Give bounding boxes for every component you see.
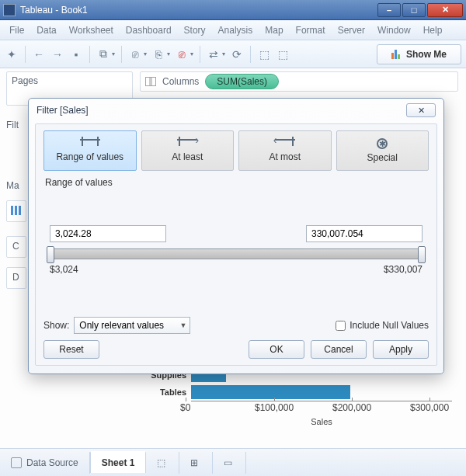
- tab-data-source[interactable]: Data Source: [0, 452, 90, 474]
- menu-format[interactable]: Format: [291, 23, 330, 37]
- show-label: Show:: [43, 320, 69, 331]
- range-icon: [80, 139, 100, 148]
- save-icon[interactable]: ▪: [69, 47, 83, 61]
- show-me-label: Show Me: [406, 49, 447, 60]
- tab-sheet-1[interactable]: Sheet 1: [90, 451, 147, 473]
- menu-map[interactable]: Map: [260, 23, 287, 37]
- toolbar: ✦ ← → ▪ ⧉▾ ⎚▾ ⎘▾ ⎚▾ ⇄▾ ⟳ ⬚ ⬚ Show Me: [0, 40, 466, 68]
- separator: [25, 46, 26, 63]
- new-dashboard-icon: ⊞: [190, 457, 201, 468]
- columns-label: Columns: [162, 76, 199, 87]
- at-most-icon: [275, 139, 295, 148]
- menu-story[interactable]: Story: [179, 23, 210, 37]
- slider-handle-min[interactable]: [47, 246, 54, 263]
- minimize-button[interactable]: –: [377, 3, 401, 17]
- marks-card-stub[interactable]: [6, 200, 26, 222]
- show-me-icon: [391, 50, 400, 59]
- slider-handle-max[interactable]: [418, 246, 426, 263]
- sort-asc-icon[interactable]: ⬚: [257, 47, 271, 61]
- x-axis: $0 $100,000 $200,000 $300,000 Sales: [191, 401, 452, 424]
- include-null-input[interactable]: [336, 321, 346, 331]
- row-label: Tables: [138, 387, 186, 397]
- special-icon: ✱: [377, 138, 388, 149]
- separator: [250, 46, 251, 63]
- menu-server[interactable]: Server: [333, 23, 370, 37]
- slider-min-label: $3,024: [50, 264, 78, 275]
- separator: [121, 46, 122, 63]
- ok-button[interactable]: OK: [249, 340, 304, 359]
- new-dashboard-button[interactable]: ⊞: [179, 452, 213, 474]
- marks-card-stub[interactable]: C: [6, 236, 26, 258]
- duplicate-icon[interactable]: ⎘: [151, 47, 165, 61]
- sheet-tabs: Data Source Sheet 1 ⬚ ⊞ ▭: [0, 448, 466, 476]
- maximize-button[interactable]: □: [402, 3, 426, 17]
- sort-desc-icon[interactable]: ⬚: [276, 47, 290, 61]
- menu-dashboard[interactable]: Dashboard: [121, 23, 176, 37]
- menu-analysis[interactable]: Analysis: [214, 23, 258, 37]
- show-select[interactable]: Only relevant values: [74, 317, 190, 334]
- new-worksheet-button[interactable]: ⬚: [146, 452, 179, 474]
- close-button[interactable]: ✕: [427, 3, 463, 17]
- dialog-close-button[interactable]: ✕: [406, 103, 436, 117]
- tab-range-of-values[interactable]: Range of values: [43, 130, 137, 171]
- tableau-logo-icon[interactable]: ✦: [5, 47, 19, 61]
- apply-button[interactable]: Apply: [373, 340, 429, 359]
- new-story-button[interactable]: ▭: [213, 452, 246, 474]
- refresh-icon[interactable]: ⟳: [230, 47, 244, 61]
- at-least-icon: [177, 139, 197, 148]
- tab-at-most[interactable]: At most: [238, 130, 332, 171]
- menu-help[interactable]: Help: [419, 23, 447, 37]
- swap-icon[interactable]: ⇄: [207, 47, 221, 61]
- menu-window[interactable]: Window: [373, 23, 416, 37]
- menu-worksheet[interactable]: Worksheet: [64, 23, 118, 37]
- marks-card-stub[interactable]: D: [6, 267, 26, 289]
- clear-icon[interactable]: ⎚: [175, 47, 189, 61]
- new-story-icon: ▭: [224, 457, 235, 468]
- filter-dialog: Filter [Sales] ✕ Range of values At leas…: [28, 98, 444, 374]
- columns-shelf[interactable]: Columns SUM(Sales): [140, 71, 458, 92]
- menu-file[interactable]: File: [5, 23, 29, 37]
- filters-label: Filt: [6, 120, 19, 130]
- min-value-input[interactable]: [50, 225, 166, 242]
- reset-button[interactable]: Reset: [43, 340, 99, 359]
- cancel-button[interactable]: Cancel: [311, 340, 367, 359]
- data-source-icon[interactable]: ⧉: [96, 47, 110, 61]
- tab-at-least[interactable]: At least: [141, 130, 235, 171]
- include-null-checkbox[interactable]: Include Null Values: [336, 320, 429, 331]
- app-icon: [3, 4, 16, 16]
- marks-label: Ma: [6, 180, 19, 191]
- max-value-input[interactable]: [306, 225, 423, 242]
- menu-bar: File Data Worksheet Dashboard Story Anal…: [0, 20, 466, 40]
- window-titlebar: Tableau - Book1 – □ ✕: [0, 0, 466, 20]
- dialog-title: Filter [Sales]: [37, 105, 89, 116]
- back-icon[interactable]: ←: [32, 47, 46, 61]
- bar-chart: Supplies Tables $0 $100,000 $200,000 $30…: [138, 367, 452, 460]
- x-axis-title: Sales: [311, 417, 332, 426]
- slider-max-label: $330,007: [384, 264, 423, 275]
- new-sheet-icon: ⬚: [157, 457, 168, 468]
- window-title: Tableau - Book1: [20, 5, 88, 16]
- tab-special[interactable]: ✱ Special: [336, 130, 429, 171]
- menu-data[interactable]: Data: [32, 23, 61, 37]
- show-me-button[interactable]: Show Me: [377, 44, 461, 64]
- data-source-icon: [11, 457, 22, 468]
- section-label: Range of values: [45, 177, 429, 188]
- separator: [89, 46, 90, 63]
- new-worksheet-icon[interactable]: ⎚: [128, 47, 142, 61]
- columns-icon: [145, 77, 156, 86]
- range-slider[interactable]: [50, 248, 423, 259]
- forward-icon[interactable]: →: [50, 47, 64, 61]
- pill-sum-sales[interactable]: SUM(Sales): [205, 74, 279, 89]
- pages-label: Pages: [12, 75, 38, 86]
- separator: [200, 46, 200, 63]
